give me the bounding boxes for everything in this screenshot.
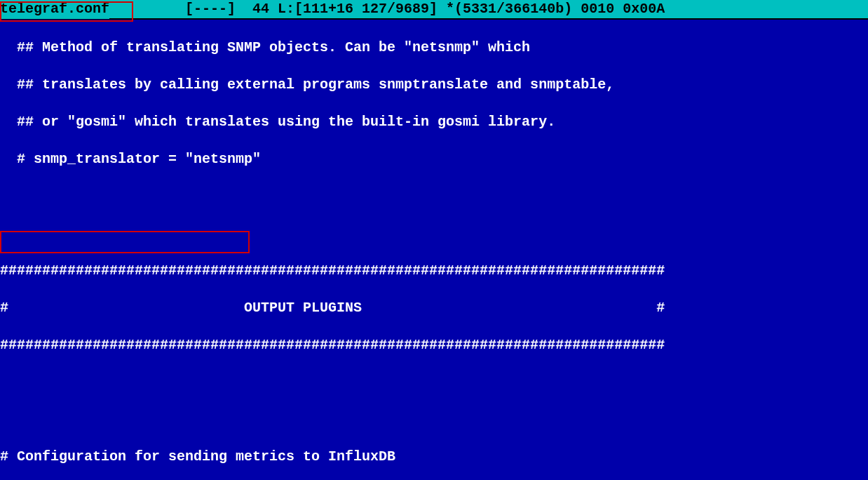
editor-titlebar: telegraf.conf [----] 44 L:[111+16 127/96… — [0, 0, 868, 20]
code-line: ## Method of translating SNMP objects. C… — [0, 38, 868, 57]
editor-area[interactable]: ## Method of translating SNMP objects. C… — [0, 20, 868, 480]
code-line: ########################################… — [0, 261, 868, 280]
code-line: ## translates by calling external progra… — [0, 75, 868, 94]
code-line: # snmp_translator = "netsnmp" — [0, 149, 868, 168]
code-line: ## or "gosmi" which translates using the… — [0, 112, 868, 131]
editor-status: [----] 44 L:[111+16 127/9689] *(5331/366… — [109, 0, 665, 19]
code-line — [0, 224, 868, 243]
code-line: # OUTPUT PLUGINS # — [0, 298, 868, 317]
code-line — [0, 187, 868, 206]
code-line — [0, 410, 868, 429]
code-line: ########################################… — [0, 335, 868, 354]
code-line: # Configuration for sending metrics to I… — [0, 447, 868, 466]
code-line — [0, 373, 868, 392]
titlebar-content: telegraf.conf [----] 44 L:[111+16 127/96… — [0, 0, 868, 18]
filename: telegraf.conf — [0, 0, 109, 19]
